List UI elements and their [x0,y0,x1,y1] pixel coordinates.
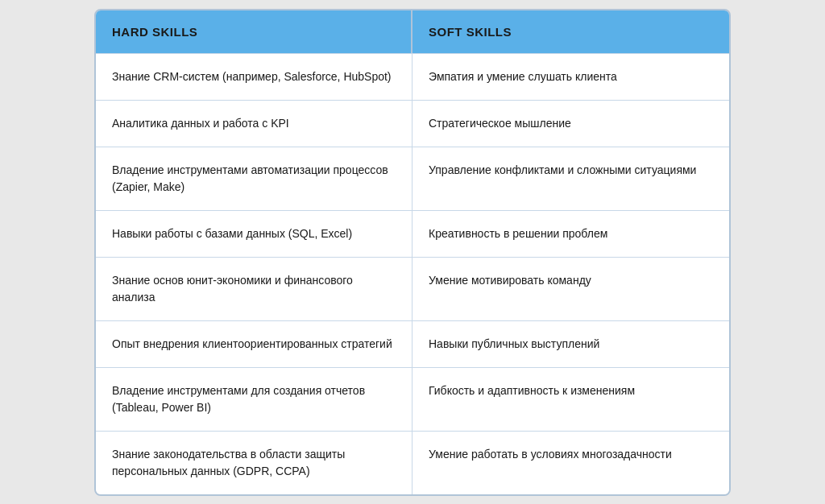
hard-skill-cell: Навыки работы с базами данных (SQL, Exce… [96,211,412,257]
table-row: Навыки работы с базами данных (SQL, Exce… [96,210,729,257]
table-header: HARD SKILLS SOFT SKILLS [96,10,729,53]
hard-skill-cell: Опыт внедрения клиентоориентированных ст… [96,321,412,367]
soft-skills-label: SOFT SKILLS [429,25,512,39]
hard-skills-header: HARD SKILLS [96,10,412,53]
soft-skill-cell: Гибкость и адаптивность к изменениям [412,368,729,431]
table-row: Аналитика данных и работа с KPIСтратегич… [96,100,729,147]
table-row: Знание CRM-систем (например, Salesforce,… [96,53,729,100]
hard-skill-cell: Знание основ юнит-экономики и финансовог… [96,258,412,320]
table-row: Владение инструментами автоматизации про… [96,147,729,210]
skills-table: HARD SKILLS SOFT SKILLS Знание CRM-систе… [94,9,731,496]
table-row: Опыт внедрения клиентоориентированных ст… [96,320,729,367]
soft-skill-cell: Навыки публичных выступлений [412,321,729,367]
hard-skill-cell: Аналитика данных и работа с KPI [96,101,412,147]
soft-skills-header: SOFT SKILLS [412,10,729,53]
hard-skill-cell: Знание CRM-систем (например, Salesforce,… [96,54,412,100]
hard-skill-cell: Владение инструментами автоматизации про… [96,147,412,210]
soft-skill-cell: Умение мотивировать команду [412,258,729,320]
table-body: Знание CRM-систем (например, Salesforce,… [96,53,729,494]
table-row: Знание основ юнит-экономики и финансовог… [96,257,729,320]
soft-skill-cell: Креативность в решении проблем [412,211,729,257]
table-row: Знание законодательства в области защиты… [96,431,729,494]
soft-skill-cell: Стратегическое мышление [412,101,729,147]
soft-skill-cell: Умение работать в условиях многозадачнос… [412,432,729,494]
hard-skill-cell: Владение инструментами для создания отче… [96,368,412,431]
soft-skill-cell: Эмпатия и умение слушать клиента [412,54,729,100]
hard-skill-cell: Знание законодательства в области защиты… [96,432,412,494]
hard-skills-label: HARD SKILLS [112,25,197,39]
soft-skill-cell: Управление конфликтами и сложными ситуац… [412,147,729,210]
table-row: Владение инструментами для создания отче… [96,367,729,431]
